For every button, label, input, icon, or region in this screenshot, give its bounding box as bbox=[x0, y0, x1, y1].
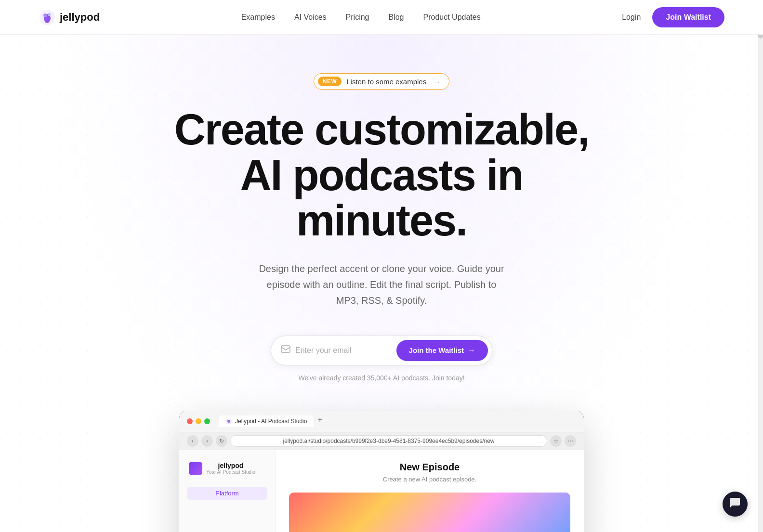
new-badge-text: Listen to some examples bbox=[346, 78, 426, 86]
app-sidebar-logo-name: jellypod bbox=[206, 462, 255, 469]
app-logo-small: jellypod Your AI Podcast Studio bbox=[187, 458, 267, 479]
svg-point-4 bbox=[45, 21, 49, 23]
new-badge-arrow-icon: → bbox=[433, 78, 440, 86]
navbar: jellypod Examples AI Voices Pricing Blog… bbox=[0, 0, 763, 35]
browser-nav-bar: ‹ › ↻ jellypod.ai/studio/podcasts/b999f2… bbox=[179, 432, 584, 450]
nav-blog[interactable]: Blog bbox=[388, 13, 404, 21]
svg-point-2 bbox=[43, 13, 47, 17]
nav-links: Examples AI Voices Pricing Blog Product … bbox=[241, 13, 481, 22]
browser-address-bar[interactable]: jellypod.ai/studio/podcasts/b999f2e3-dbe… bbox=[230, 435, 547, 447]
app-logo-small-texts: jellypod Your AI Podcast Studio bbox=[206, 462, 255, 475]
browser-tab-plus-icon[interactable]: + bbox=[317, 415, 322, 427]
email-icon bbox=[281, 345, 290, 355]
svg-point-3 bbox=[48, 13, 51, 16]
new-badge-link[interactable]: New Listen to some examples → bbox=[314, 73, 449, 90]
logo-link[interactable]: jellypod bbox=[39, 9, 100, 26]
app-content: jellypod Your AI Podcast Studio Platform… bbox=[179, 450, 584, 532]
app-main-content: New Episode Create a new AI podcast epis… bbox=[276, 450, 584, 532]
join-waitlist-label: Join the Waitlist bbox=[409, 346, 464, 354]
browser-dot-green[interactable] bbox=[204, 418, 210, 424]
logo-icon bbox=[39, 9, 56, 26]
browser-back-button[interactable]: ‹ bbox=[187, 435, 198, 447]
nav-product-updates[interactable]: Product Updates bbox=[423, 13, 481, 21]
browser-bookmark-button[interactable]: ☆ bbox=[550, 435, 562, 447]
waitlist-arrow-icon: → bbox=[468, 346, 475, 355]
app-sidebar: jellypod Your AI Podcast Studio Platform bbox=[179, 450, 276, 532]
social-proof-text: We've already created 35,000+ AI podcast… bbox=[298, 374, 464, 382]
app-episode-title: New Episode bbox=[289, 462, 570, 473]
hero-headline-line2: AI podcasts in minutes. bbox=[240, 151, 523, 245]
browser-settings-button[interactable]: ⋯ bbox=[565, 435, 576, 447]
email-form: Join the Waitlist → bbox=[271, 336, 492, 365]
join-waitlist-button[interactable]: Join the Waitlist → bbox=[396, 340, 488, 361]
new-badge-label: New bbox=[318, 77, 342, 86]
app-gradient-preview bbox=[289, 493, 570, 532]
app-logo-small-icon bbox=[189, 462, 202, 475]
browser-dot-yellow[interactable] bbox=[196, 418, 201, 424]
join-waitlist-nav-button[interactable]: Join Waitlist bbox=[652, 7, 724, 27]
app-sidebar-nav-platform[interactable]: Platform bbox=[187, 487, 267, 500]
nav-pricing[interactable]: Pricing bbox=[346, 13, 369, 21]
browser-tab-label: Jellypod - AI Podcast Studio bbox=[235, 418, 307, 425]
hero-subtitle: Design the perfect accent or clone your … bbox=[256, 261, 507, 309]
login-button[interactable]: Login bbox=[622, 13, 641, 22]
chat-button[interactable] bbox=[723, 492, 748, 517]
hero-headline-line1: Create customizable, bbox=[174, 105, 589, 154]
nav-examples[interactable]: Examples bbox=[241, 13, 275, 21]
hero-headline: Create customizable, AI podcasts in minu… bbox=[165, 107, 598, 244]
browser-refresh-button[interactable]: ↻ bbox=[216, 435, 227, 447]
hero-section: New Listen to some examples → Create cus… bbox=[0, 35, 763, 532]
nav-actions: Login Join Waitlist bbox=[622, 7, 724, 27]
scrollbar[interactable] bbox=[758, 0, 763, 532]
app-sidebar-logo-sub: Your AI Podcast Studio bbox=[206, 469, 255, 475]
browser-tab-active[interactable]: Jellypod - AI Podcast Studio bbox=[219, 415, 314, 427]
nav-ai-voices[interactable]: AI Voices bbox=[294, 13, 327, 21]
browser-dot-red[interactable] bbox=[187, 418, 193, 424]
app-preview: Jellypod - AI Podcast Studio + ‹ › ↻ jel… bbox=[179, 411, 584, 532]
browser-tabs: Jellypod - AI Podcast Studio + bbox=[219, 415, 576, 427]
browser-chrome: Jellypod - AI Podcast Studio + bbox=[179, 411, 584, 432]
browser-forward-button[interactable]: › bbox=[201, 435, 213, 447]
chat-button-icon bbox=[729, 497, 741, 511]
app-episode-subtitle: Create a new AI podcast episode. bbox=[289, 476, 570, 483]
logo-text: jellypod bbox=[60, 11, 100, 24]
svg-rect-5 bbox=[281, 346, 290, 352]
email-input[interactable] bbox=[295, 346, 396, 355]
browser-dots bbox=[187, 418, 210, 424]
svg-point-7 bbox=[227, 420, 230, 423]
